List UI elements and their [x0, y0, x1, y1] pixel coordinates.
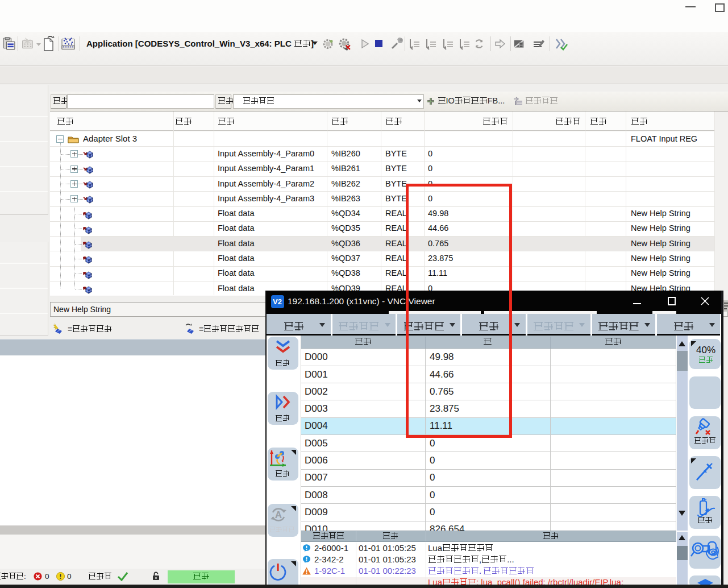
svg-text:A: A	[275, 510, 282, 520]
